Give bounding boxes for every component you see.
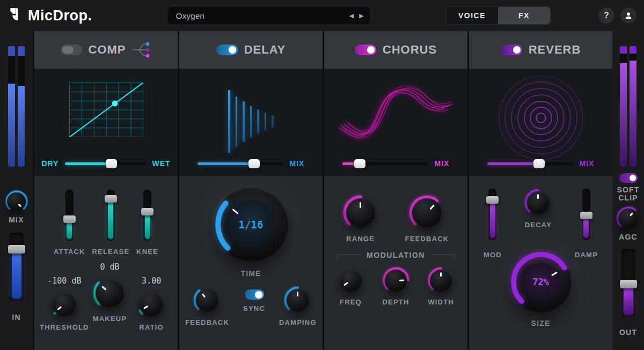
output-meter-left bbox=[620, 46, 627, 167]
chorus-toggle[interactable] bbox=[355, 44, 376, 55]
makeup-label: MAKEUP bbox=[93, 315, 127, 323]
chorus-mix-row: MIX bbox=[324, 159, 467, 168]
chorus-mix-label: MIX bbox=[435, 159, 450, 168]
main-area: MIX IN COMP bbox=[0, 31, 644, 350]
user-icon bbox=[624, 11, 633, 20]
chorus-section: CHORUS bbox=[323, 31, 467, 350]
output-gain-handle[interactable] bbox=[620, 280, 637, 288]
reverb-mix-row: MIX bbox=[469, 159, 612, 168]
size-knob[interactable]: 72% bbox=[510, 251, 572, 312]
delay-feedback-knob[interactable] bbox=[193, 286, 221, 314]
input-meter-right bbox=[18, 46, 25, 167]
output-gain-slider[interactable] bbox=[621, 249, 635, 317]
chorus-feedback-knob[interactable] bbox=[409, 195, 444, 230]
input-rail: MIX IN bbox=[0, 31, 33, 350]
input-meters bbox=[8, 46, 25, 167]
comp-drywet-handle[interactable] bbox=[106, 159, 117, 168]
preset-next-icon[interactable]: ▶ bbox=[359, 12, 363, 19]
range-group: RANGE bbox=[343, 195, 378, 243]
input-gain-handle[interactable] bbox=[8, 245, 25, 254]
chorus-mix-handle[interactable] bbox=[354, 159, 365, 168]
time-knob[interactable]: 1/16 bbox=[214, 188, 288, 262]
delay-toggle[interactable] bbox=[216, 44, 238, 55]
delay-taps-graphic bbox=[228, 81, 274, 162]
reverb-visualizer: MIX bbox=[469, 69, 612, 176]
knee-slider[interactable] bbox=[143, 190, 151, 241]
knee-handle[interactable] bbox=[141, 208, 153, 215]
delay-title: DELAY bbox=[244, 43, 286, 57]
input-gain-slider[interactable] bbox=[10, 233, 24, 301]
knee-label: KNEE bbox=[136, 248, 158, 256]
width-knob[interactable] bbox=[428, 267, 455, 294]
chorus-title: CHORUS bbox=[383, 43, 437, 57]
damp-handle[interactable] bbox=[580, 212, 592, 219]
preset-selector[interactable]: Oxygen ◀ ▶ bbox=[167, 6, 371, 25]
reverb-rings-graphic bbox=[498, 75, 584, 161]
delay-header: DELAY bbox=[179, 31, 323, 69]
chorus-visualizer: MIX bbox=[324, 69, 467, 176]
comp-drywet-slider[interactable] bbox=[65, 159, 145, 168]
preset-name: Oxygen bbox=[176, 11, 349, 20]
damping-label: DAMPING bbox=[279, 318, 317, 326]
freq-label: FREQ bbox=[340, 298, 362, 306]
freq-knob[interactable] bbox=[337, 267, 364, 294]
damping-group: DAMPING bbox=[279, 286, 317, 326]
threshold-knob[interactable] bbox=[50, 290, 79, 319]
threshold-knob-group: -100 dB THRESHOLD bbox=[40, 276, 89, 331]
reverb-controls: MOD DECAY DAMP bbox=[469, 176, 612, 350]
threshold-value: -100 dB bbox=[47, 276, 81, 286]
delay-feedback-label: FEEDBACK bbox=[185, 318, 229, 326]
comp-section: COMP DRY bbox=[33, 31, 178, 350]
logo: MicDrop. bbox=[9, 8, 92, 24]
release-slider[interactable] bbox=[107, 190, 115, 241]
account-button[interactable] bbox=[620, 8, 636, 24]
input-label: IN bbox=[12, 313, 20, 322]
tab-fx[interactable]: FX bbox=[498, 7, 550, 24]
modulation-divider: MODULATION bbox=[337, 255, 455, 259]
mod-handle[interactable] bbox=[486, 196, 499, 204]
dry-label: DRY bbox=[41, 159, 58, 168]
output-rail: SOFT CLIP AGC OUT bbox=[612, 31, 644, 350]
attack-handle[interactable] bbox=[63, 215, 76, 223]
logo-text: MicDrop. bbox=[28, 8, 92, 24]
reverb-title: REVERB bbox=[529, 43, 581, 57]
top-bar: MicDrop. Oxygen ◀ ▶ VOICE FX ? bbox=[0, 0, 644, 31]
attack-slider[interactable] bbox=[65, 190, 74, 241]
decay-group: DECAY bbox=[524, 189, 552, 229]
chorus-mix-slider[interactable] bbox=[342, 159, 428, 168]
ratio-knob[interactable] bbox=[137, 290, 166, 319]
depth-label: DEPTH bbox=[382, 298, 409, 306]
release-handle[interactable] bbox=[105, 195, 117, 203]
reverb-mix-slider[interactable] bbox=[487, 159, 573, 168]
global-mix-knob[interactable] bbox=[5, 190, 28, 213]
decay-label: DECAY bbox=[525, 221, 552, 229]
release-label: RELEASE bbox=[92, 248, 129, 256]
output-label: OUT bbox=[619, 328, 637, 337]
input-meter-left bbox=[8, 46, 15, 167]
comp-drywet-row: DRY WET bbox=[34, 159, 178, 168]
soft-clip-label: SOFT CLIP bbox=[617, 186, 639, 202]
decay-knob[interactable] bbox=[524, 189, 552, 217]
damping-knob[interactable] bbox=[284, 286, 312, 314]
chorus-controls: RANGE FEEDBACK MODULATION bbox=[324, 176, 467, 350]
depth-knob[interactable] bbox=[383, 267, 409, 294]
help-button[interactable]: ? bbox=[598, 8, 614, 24]
modulation-label: MODULATION bbox=[360, 251, 431, 259]
range-label: RANGE bbox=[346, 235, 375, 243]
sync-group: SYNC bbox=[243, 289, 265, 312]
reverb-toggle[interactable] bbox=[501, 44, 522, 55]
sync-toggle[interactable] bbox=[245, 289, 264, 300]
makeup-knob-group: 0 dB MAKEUP bbox=[89, 262, 131, 323]
delay-visualizer: MIX bbox=[179, 69, 323, 176]
comp-toggle[interactable] bbox=[61, 44, 82, 55]
chorus-feedback-label: FEEDBACK bbox=[405, 235, 449, 243]
tab-voice[interactable]: VOICE bbox=[446, 7, 498, 24]
question-icon: ? bbox=[604, 11, 609, 20]
makeup-knob[interactable] bbox=[93, 276, 127, 310]
range-knob[interactable] bbox=[343, 195, 378, 230]
preset-prev-icon[interactable]: ◀ bbox=[349, 12, 354, 19]
threshold-label: THRESHOLD bbox=[40, 323, 89, 331]
soft-clip-toggle[interactable] bbox=[619, 173, 638, 183]
reverb-mix-handle[interactable] bbox=[533, 159, 545, 168]
agc-knob[interactable] bbox=[617, 206, 640, 230]
